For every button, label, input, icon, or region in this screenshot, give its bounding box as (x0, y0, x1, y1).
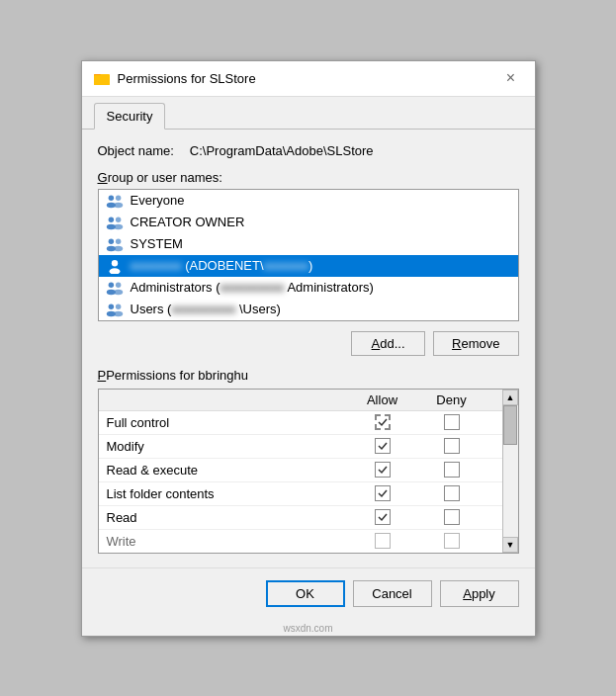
perm-allow-write[interactable] (348, 530, 417, 552)
perm-allow-list-folder[interactable] (348, 482, 417, 504)
perm-allow-read[interactable] (348, 506, 417, 528)
add-button[interactable]: Add... (351, 331, 425, 356)
svg-point-15 (111, 260, 117, 266)
group-item-everyone-label: Everyone (131, 193, 185, 208)
users-icon (105, 215, 125, 230)
svg-point-19 (115, 282, 120, 287)
permissions-dialog: Permissions for SLStore × Security Objec… (81, 60, 536, 637)
dialog-title: Permissions for SLStore (118, 71, 256, 86)
scrollbar-down-arrow[interactable]: ▼ (502, 537, 518, 553)
svg-point-3 (108, 195, 113, 200)
perm-row-write: Write (99, 530, 502, 553)
deny-checkbox-read[interactable] (444, 509, 460, 525)
permissions-table: Allow Deny Full control (98, 389, 519, 554)
svg-point-11 (108, 238, 113, 243)
perm-deny-modify[interactable] (417, 435, 486, 457)
check-icon (377, 416, 389, 428)
svg-point-5 (115, 195, 120, 200)
users-icon (105, 302, 125, 317)
group-item-adobenet[interactable]: xxxxxxxx (ADOBENET\xxxxxxx) (99, 255, 518, 277)
scrollbar[interactable]: ▲ ▼ (502, 390, 518, 553)
check-icon (377, 487, 389, 499)
perm-row-read-execute: Read & execute (99, 459, 502, 482)
svg-point-21 (108, 304, 113, 308)
users-icon (105, 193, 125, 209)
group-item-users-label: Users (xxxxxxxxxx \Users) (131, 302, 281, 316)
object-name-row: Object name: C:\ProgramData\Adobe\SLStor… (98, 143, 519, 158)
perm-deny-list-folder[interactable] (417, 482, 486, 504)
allow-checkbox-list-folder[interactable] (375, 485, 391, 501)
dialog-content: Object name: C:\ProgramData\Adobe\SLStor… (82, 130, 535, 567)
close-button[interactable]: × (499, 66, 523, 90)
permissions-label: PPermissions for bbringhu (98, 368, 519, 383)
group-item-users[interactable]: Users (xxxxxxxxxx \Users) (99, 299, 518, 320)
group-item-administrators[interactable]: Administrators (xxxxxxxxxx Administrator… (99, 277, 518, 299)
group-item-creator-owner-label: CREATOR OWNER (131, 215, 245, 229)
users-icon (105, 236, 125, 252)
svg-point-13 (115, 238, 120, 243)
scrollbar-thumb[interactable] (503, 405, 517, 445)
perm-name-full-control: Full control (99, 411, 348, 434)
user-icon (105, 258, 125, 274)
object-name-label: Object name: (98, 143, 174, 158)
allow-checkbox-write[interactable] (375, 533, 391, 549)
group-item-system-label: SYSTEM (131, 236, 183, 251)
perm-deny-full-control[interactable] (417, 411, 486, 433)
ok-button[interactable]: OK (266, 580, 345, 607)
title-bar: Permissions for SLStore × (82, 61, 535, 97)
watermark: wsxdn.com (82, 619, 535, 636)
scrollbar-up-arrow[interactable]: ▲ (502, 390, 518, 405)
title-bar-left: Permissions for SLStore (94, 70, 256, 86)
apply-button[interactable]: Apply (440, 580, 519, 607)
perm-name-list-folder: List folder contents (99, 482, 348, 505)
perm-deny-write[interactable] (417, 530, 486, 552)
svg-point-9 (115, 217, 120, 221)
folder-icon (94, 70, 110, 86)
check-icon (377, 511, 389, 523)
perm-row-list-folder: List folder contents (99, 482, 502, 506)
perm-col-deny: Deny (417, 390, 486, 410)
perm-name-read: Read (99, 506, 348, 529)
permissions-inner: Allow Deny Full control (99, 390, 518, 553)
group-item-system[interactable]: SYSTEM (99, 233, 518, 255)
svg-point-10 (114, 223, 123, 228)
deny-checkbox-read-execute[interactable] (444, 462, 460, 478)
svg-point-23 (115, 304, 120, 308)
svg-point-20 (114, 289, 123, 294)
svg-point-24 (114, 310, 123, 315)
group-item-everyone[interactable]: Everyone (99, 190, 518, 212)
perm-allow-modify[interactable] (348, 435, 417, 457)
perm-deny-read-execute[interactable] (417, 459, 486, 480)
object-name-value: C:\ProgramData\Adobe\SLStore (178, 143, 374, 158)
perm-deny-read[interactable] (417, 506, 486, 528)
deny-checkbox-modify[interactable] (444, 438, 460, 454)
deny-checkbox-write[interactable] (444, 533, 460, 549)
svg-point-7 (108, 217, 113, 221)
perm-col-name (99, 390, 348, 410)
perm-row-full-control: Full control (99, 411, 502, 435)
remove-button[interactable]: Remove (433, 331, 518, 356)
dialog-footer: OK Cancel Apply (82, 567, 535, 619)
group-section-label: Group or user names: (98, 170, 519, 185)
group-box: Everyone CREATOR OWNER (98, 189, 519, 321)
allow-checkbox-modify[interactable] (375, 438, 391, 454)
cancel-button[interactable]: Cancel (353, 580, 432, 607)
perm-name-write: Write (99, 530, 348, 553)
perm-allow-read-execute[interactable] (348, 459, 417, 480)
tab-security[interactable]: Security (94, 103, 166, 130)
deny-checkbox-list-folder[interactable] (444, 485, 460, 501)
svg-rect-2 (94, 75, 110, 85)
allow-checkbox-full-control[interactable] (375, 414, 391, 430)
group-item-administrators-label: Administrators (xxxxxxxxxx Administrator… (131, 280, 374, 295)
tab-bar: Security (82, 97, 535, 130)
deny-checkbox-full-control[interactable] (444, 414, 460, 430)
group-item-creator-owner[interactable]: CREATOR OWNER (99, 212, 518, 233)
perm-name-modify: Modify (99, 435, 348, 458)
allow-checkbox-read-execute[interactable] (375, 462, 391, 478)
perm-allow-full-control[interactable] (348, 411, 417, 433)
perm-col-allow: Allow (348, 390, 417, 410)
svg-point-17 (108, 282, 113, 287)
perm-row-modify: Modify (99, 435, 502, 459)
allow-checkbox-read[interactable] (375, 509, 391, 525)
add-remove-buttons: Add... Remove (98, 331, 519, 356)
